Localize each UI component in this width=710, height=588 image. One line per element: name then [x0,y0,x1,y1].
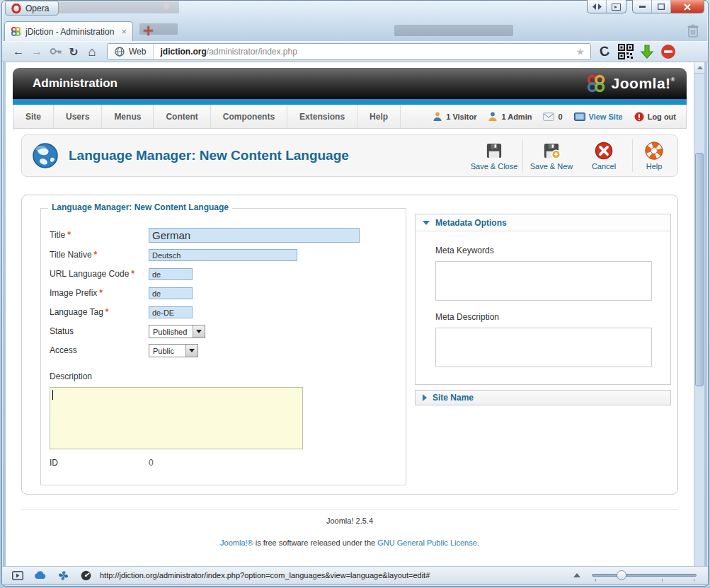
visitor-person-icon [433,112,442,121]
admin-person-icon [488,112,498,121]
save-close-button[interactable]: Save & Close [468,142,520,171]
zoom-tick [694,579,694,582]
admin-count[interactable]: 1 Admin [488,112,532,121]
menu-item-site[interactable]: Site [13,105,54,128]
description-label: Description [50,371,92,381]
maximize-button[interactable] [652,0,671,13]
turbo-status-button[interactable] [74,570,97,581]
site-name-panel-header[interactable]: Site Name [415,390,671,405]
reload-button[interactable]: ↻ [64,45,83,59]
save-new-label: Save & New [530,162,573,171]
minimize-icon [639,6,646,8]
status-url-text: http://jdiction.org/administrator/index.… [100,571,430,580]
closed-tabs-trash-button[interactable] [685,23,702,40]
globe-icon [115,47,125,57]
tab-cycler-button[interactable] [588,0,607,13]
id-value: 0 [149,458,154,468]
unite-pinwheel-icon [58,570,69,581]
view-site-link[interactable]: View Site [574,113,623,121]
menu-item-components[interactable]: Components [211,105,287,128]
fieldset-legend: Language Manager: New Content Language [48,202,232,212]
new-tab-button[interactable] [139,24,157,38]
accent-bar [13,99,687,105]
rewind-button[interactable] [46,45,64,58]
window-controls [587,0,704,13]
panels-button[interactable] [607,0,626,13]
opera-unite-button[interactable] [52,570,74,581]
description-textarea[interactable] [50,387,303,449]
download-arrow-button[interactable] [636,44,658,59]
tab-jdiction-administration[interactable]: jDiction - Administration × [4,21,133,41]
language-tag-label: Language Tag* [50,307,109,317]
menu-item-help[interactable]: Help [357,105,401,128]
metadata-options-header[interactable]: Metadata Options [416,214,670,231]
menu-item-content[interactable]: Content [154,105,210,128]
url-host: jdiction.org [160,47,206,57]
help-lifebuoy-icon [645,142,663,160]
text-cursor [52,390,53,400]
panel-toggle-button[interactable] [6,571,29,580]
chevron-down-icon [185,345,197,357]
qr-code-button[interactable] [615,44,636,59]
menu-item-menus[interactable]: Menus [102,105,154,128]
titlebar: Opera [0,0,710,20]
block-content-button[interactable] [658,44,679,59]
forward-button[interactable]: → [28,45,46,58]
title-native-input[interactable] [149,249,297,261]
visitor-count[interactable]: 1 Visitor [433,112,476,121]
edit-form-container: Language Manager: New Content Language T… [21,195,678,495]
save-new-button[interactable]: Save & New [525,142,578,171]
menu-item-extensions[interactable]: Extensions [287,105,357,128]
scroll-up-arrow[interactable] [694,62,704,74]
tab-bar: jDiction - Administration × [0,20,710,41]
menu-item-users[interactable]: Users [54,105,102,128]
status-select[interactable]: Published [149,325,205,338]
home-button[interactable]: ⌂ [83,45,101,59]
language-tag-input[interactable] [149,306,193,318]
title-input[interactable] [149,228,360,243]
bookmark-star-icon[interactable]: ★ [570,46,590,57]
scrollbar-thumb[interactable] [695,153,704,386]
vertical-scrollbar[interactable] [694,62,704,566]
cancel-button[interactable]: Cancel [578,142,630,171]
url-language-code-input[interactable] [149,268,193,280]
save-close-icon [485,142,503,160]
expand-triangle-icon [423,394,427,401]
opera-turbo-button[interactable]: C [594,44,615,59]
green-down-arrow-icon [639,44,655,59]
joomla-link[interactable]: Joomla!® [220,538,253,547]
url-language-code-label: URL Language Code* [50,269,134,279]
monitor-icon [574,113,585,121]
zoom-controls [573,573,708,577]
zoom-slider[interactable] [592,574,697,577]
zoom-menu-button[interactable] [573,573,580,577]
gnu-license-link[interactable]: GNU General Public License [377,538,477,547]
help-button[interactable]: Help [635,142,673,171]
back-button[interactable]: ← [9,45,28,58]
required-marker: * [99,288,103,298]
messages-count[interactable]: 0 [543,113,562,121]
url-field[interactable]: Web jdiction.org/administrator/index.php… [107,43,591,60]
meta-keywords-textarea[interactable] [435,261,652,301]
url-text[interactable]: jdiction.org/administrator/index.php [154,47,570,57]
zoom-tick [595,579,596,582]
opera-menu-button[interactable]: Opera [5,1,59,16]
tab-close-icon[interactable]: × [121,26,127,37]
cancel-icon [595,142,613,160]
access-select[interactable]: Public [149,344,198,357]
image-prefix-input[interactable] [149,287,193,299]
required-marker: * [67,230,71,240]
minimize-button[interactable] [633,0,652,13]
zoom-slider-handle[interactable] [617,570,626,580]
logout-icon [634,112,644,122]
turbo-icon: C [598,43,611,60]
close-button[interactable] [671,0,704,13]
opera-link-button[interactable] [29,571,52,580]
cancel-label: Cancel [592,162,616,171]
meta-keywords-label: Meta Keywords [435,246,651,255]
status-bar: http://jdiction.org/administrator/index.… [2,566,708,584]
meta-description-textarea[interactable] [435,328,652,367]
turbo-gauge-icon [81,570,91,581]
logout-link[interactable]: Log out [634,112,676,122]
search-engine-dropdown[interactable]: Web [108,44,154,59]
